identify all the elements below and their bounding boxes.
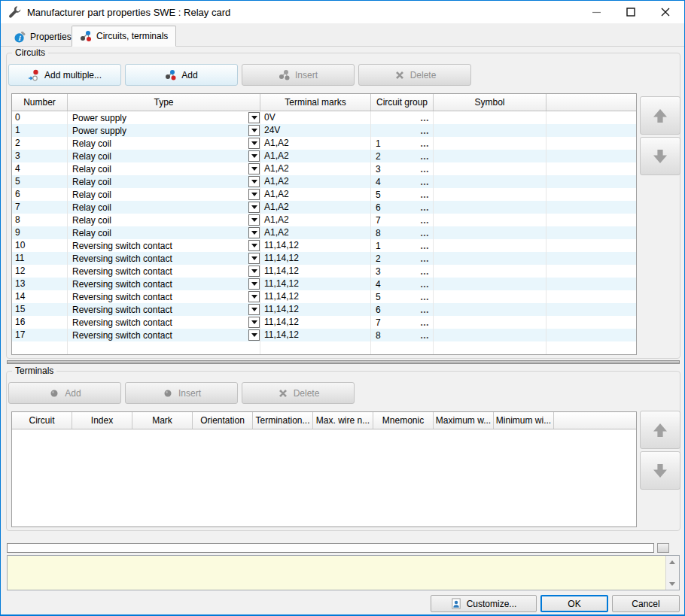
- tab-properties[interactable]: i Properties: [7, 27, 79, 47]
- col-header-mark[interactable]: Mark: [132, 412, 193, 429]
- splitter-grip[interactable]: [657, 543, 669, 553]
- col-header-circuit-group[interactable]: Circuit group: [371, 94, 434, 111]
- terminals-delete-button[interactable]: Delete: [242, 382, 355, 404]
- col-header-circuit[interactable]: Circuit: [12, 412, 72, 429]
- circuit-group-ellipsis-button[interactable]: …: [420, 125, 433, 137]
- add-multiple-button[interactable]: Add multiple...: [8, 64, 121, 86]
- type-dropdown-button[interactable]: [248, 112, 260, 123]
- table-row[interactable]: 10 Reversing switch contact 11,14,12 1 …: [12, 239, 636, 252]
- cell-terminal-marks: 11,14,12: [260, 329, 371, 341]
- type-dropdown-button[interactable]: [248, 329, 260, 341]
- table-row[interactable]: 2 Relay coil A1,A2 1 …: [12, 137, 636, 150]
- ok-button[interactable]: OK: [540, 595, 608, 612]
- table-row[interactable]: 3 Relay coil A1,A2 2 …: [12, 150, 636, 162]
- table-row[interactable]: 5 Relay coil A1,A2 4 …: [12, 175, 636, 188]
- type-dropdown-button[interactable]: [248, 150, 260, 162]
- circuit-group-ellipsis-button[interactable]: …: [420, 176, 433, 188]
- col-header-index[interactable]: Index: [72, 412, 132, 429]
- col-header-mnemonic[interactable]: Mnemonic: [373, 412, 434, 429]
- terminals-add-button[interactable]: Add: [8, 382, 121, 404]
- type-dropdown-button[interactable]: [248, 317, 260, 328]
- col-header-symbol[interactable]: Symbol: [434, 94, 546, 111]
- circuit-group-ellipsis-button[interactable]: …: [420, 202, 433, 214]
- col-header-max-wire[interactable]: Max. wire n...: [313, 412, 373, 429]
- cell-type: Relay coil: [68, 214, 260, 226]
- circuit-group-ellipsis-button[interactable]: …: [420, 150, 433, 162]
- title-bar: Manufacturer part properties SWE : Relay…: [1, 1, 684, 23]
- type-dropdown-button[interactable]: [248, 227, 260, 238]
- table-row[interactable]: 9 Relay coil A1,A2 8 …: [12, 226, 636, 239]
- circuit-group-ellipsis-button[interactable]: …: [420, 253, 433, 265]
- table-row[interactable]: 16 Reversing switch contact 11,14,12 7 …: [12, 316, 636, 329]
- type-dropdown-button[interactable]: [248, 138, 260, 149]
- table-row[interactable]: 15 Reversing switch contact 11,14,12 6 …: [12, 303, 636, 316]
- minimize-button[interactable]: [579, 1, 613, 23]
- circuit-group-ellipsis-button[interactable]: …: [420, 291, 433, 303]
- type-dropdown-button[interactable]: [248, 125, 260, 136]
- type-dropdown-button[interactable]: [248, 176, 260, 187]
- circuits-insert-button[interactable]: Insert: [242, 64, 355, 86]
- type-dropdown-button[interactable]: [248, 202, 260, 213]
- circuit-group-ellipsis-button[interactable]: …: [420, 240, 433, 252]
- circuit-group-ellipsis-button[interactable]: …: [420, 112, 433, 124]
- table-row[interactable]: 13 Reversing switch contact 11,14,12 4 …: [12, 278, 636, 290]
- close-button[interactable]: [648, 1, 683, 23]
- table-row[interactable]: 0 Power supply 0V …: [12, 111, 636, 124]
- type-dropdown-button[interactable]: [248, 266, 260, 277]
- table-row[interactable]: 11 Reversing switch contact 11,14,12 2 …: [12, 252, 636, 265]
- col-header-type[interactable]: Type: [68, 94, 260, 111]
- terminals-move-down-button[interactable]: [640, 451, 680, 490]
- col-header-minimum-wi[interactable]: Minimum wi...: [494, 412, 554, 429]
- type-dropdown-button[interactable]: [248, 240, 260, 251]
- cancel-button[interactable]: Cancel: [612, 595, 680, 612]
- circuit-group-ellipsis-button[interactable]: …: [420, 163, 433, 175]
- horizontal-splitter[interactable]: [7, 360, 680, 364]
- col-header-termination[interactable]: Termination...: [253, 412, 313, 429]
- table-row[interactable]: 1 Power supply 24V …: [12, 124, 636, 137]
- table-row[interactable]: 12 Reversing switch contact 11,14,12 3 …: [12, 265, 636, 278]
- type-dropdown-button[interactable]: [248, 189, 260, 200]
- circuit-group-ellipsis-button[interactable]: …: [420, 189, 433, 201]
- table-row[interactable]: 7 Relay coil A1,A2 6 …: [12, 201, 636, 214]
- message-pane-splitter[interactable]: [7, 543, 654, 553]
- table-row[interactable]: 8 Relay coil A1,A2 7 …: [12, 214, 636, 226]
- type-dropdown-button[interactable]: [248, 253, 260, 264]
- type-dropdown-button[interactable]: [248, 291, 260, 302]
- col-header-terminal-marks[interactable]: Terminal marks: [260, 94, 371, 111]
- chevron-down-icon: [251, 116, 257, 120]
- add-multiple-label: Add multiple...: [44, 70, 102, 80]
- col-header-orientation[interactable]: Orientation: [193, 412, 253, 429]
- type-dropdown-button[interactable]: [248, 278, 260, 290]
- circuit-group-ellipsis-button[interactable]: …: [420, 278, 433, 290]
- circuits-move-down-button[interactable]: [640, 137, 680, 175]
- table-row[interactable]: 17 Reversing switch contact 11,14,12 8 …: [12, 329, 636, 341]
- circuit-group-ellipsis-button[interactable]: …: [420, 304, 433, 316]
- maximize-button[interactable]: [613, 1, 648, 23]
- circuits-add-button[interactable]: Add: [125, 64, 238, 86]
- customize-button[interactable]: Customize...: [431, 595, 537, 612]
- col-header-number[interactable]: Number: [12, 94, 68, 111]
- circuit-group-ellipsis-button[interactable]: …: [420, 214, 433, 226]
- circuits-delete-button[interactable]: Delete: [358, 64, 471, 86]
- col-header-maximum-w[interactable]: Maximum w...: [434, 412, 494, 429]
- circuit-group-ellipsis-button[interactable]: …: [420, 317, 433, 329]
- table-row[interactable]: 14 Reversing switch contact 11,14,12 5 …: [12, 290, 636, 303]
- terminals-insert-button[interactable]: Insert: [125, 382, 238, 404]
- circuit-group-ellipsis-button[interactable]: …: [420, 227, 433, 239]
- type-dropdown-button[interactable]: [248, 304, 260, 315]
- cell-circuit-group: 1 …: [371, 137, 434, 150]
- table-row[interactable]: 4 Relay coil A1,A2 3 …: [12, 162, 636, 175]
- type-dropdown-button[interactable]: [248, 214, 260, 226]
- tab-circuits-terminals[interactable]: Circuits, terminals: [72, 26, 176, 47]
- scroll-up-button[interactable]: [666, 556, 678, 568]
- circuit-group-ellipsis-button[interactable]: …: [420, 138, 433, 150]
- cell-circuit-group: …: [371, 111, 434, 124]
- circuit-group-ellipsis-button[interactable]: …: [420, 329, 433, 341]
- circuit-group-ellipsis-button[interactable]: …: [420, 266, 433, 278]
- type-dropdown-button[interactable]: [248, 163, 260, 174]
- circuits-move-up-button[interactable]: [640, 96, 680, 135]
- message-scrollbar[interactable]: [665, 556, 679, 590]
- table-row[interactable]: 6 Relay coil A1,A2 5 …: [12, 188, 636, 201]
- scroll-down-button[interactable]: [666, 578, 678, 590]
- terminals-move-up-button[interactable]: [640, 411, 680, 449]
